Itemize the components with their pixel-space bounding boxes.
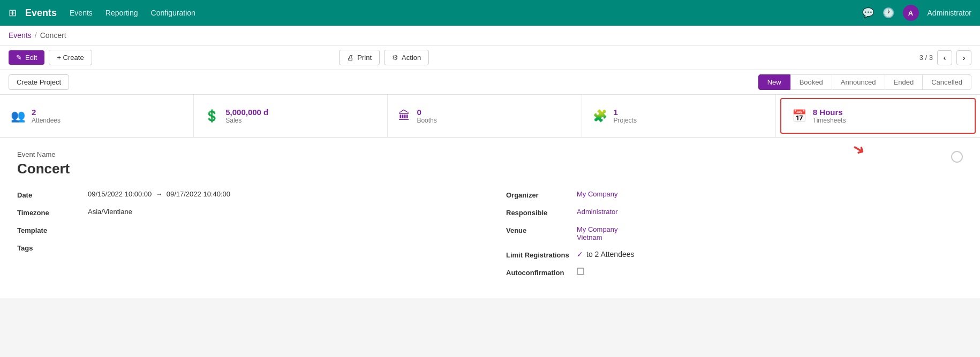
attendees-count: 2 (32, 108, 61, 117)
stats-bar: 👥 2 Attendees 💲 5,000,000 đ Sales 🏛 0 Bo… (0, 95, 980, 138)
nav-configuration[interactable]: Configuration (151, 9, 195, 17)
gear-icon: ⚙ (392, 54, 398, 62)
limit-registrations-text: to 2 Attendees (586, 250, 635, 259)
responsible-label: Responsible (506, 208, 570, 217)
toolbar-center: 🖨 Print ⚙ Action (339, 50, 429, 65)
event-name-label: Event Name (17, 150, 963, 158)
clock-icon[interactable]: 🕐 (883, 7, 894, 19)
toolbar: ✎ ✎ EditEdit + Create 🖨 Print ⚙ Action 3… (0, 45, 980, 70)
autoconfirmation-value[interactable] (577, 268, 584, 275)
user-name: Administrator (928, 9, 971, 17)
status-booked[interactable]: Booked (790, 74, 832, 90)
field-responsible: Responsible Administrator (506, 208, 963, 217)
field-autoconfirmation: Autoconfirmation (506, 268, 963, 277)
topnav-right: 💬 🕐 A Administrator (862, 5, 971, 21)
stat-attendees[interactable]: 👥 2 Attendees (0, 95, 194, 137)
breadcrumb-current: Concert (40, 31, 66, 40)
nav-menu: Events Reporting Configuration (70, 9, 854, 17)
timezone-label: Timezone (17, 208, 81, 217)
booths-icon: 🏛 (398, 109, 410, 123)
edit-icon: ✎ (16, 54, 22, 62)
booths-label: Booths (417, 117, 436, 124)
breadcrumb-parent[interactable]: Events (9, 31, 32, 40)
checkmark-icon: ✓ (577, 250, 583, 259)
field-date: Date 09/15/2022 10:00:00 → 09/17/2022 10… (17, 190, 474, 199)
nav-events[interactable]: Events (70, 9, 93, 17)
nav-reporting[interactable]: Reporting (105, 9, 138, 17)
attendees-icon: 👥 (11, 109, 25, 123)
stat-sales[interactable]: 💲 5,000,000 đ Sales (194, 95, 388, 137)
print-icon: 🖨 (347, 54, 354, 62)
status-announced[interactable]: Announced (832, 74, 885, 90)
organizer-value[interactable]: My Company (577, 190, 618, 198)
field-template: Template (17, 225, 474, 234)
app-name: Events (25, 7, 57, 19)
next-button[interactable]: › (956, 50, 971, 65)
tags-label: Tags (17, 243, 81, 252)
chat-icon[interactable]: 💬 (862, 7, 874, 19)
booths-count: 0 (417, 108, 436, 117)
grid-menu-icon[interactable]: ⊞ (9, 7, 17, 19)
stat-booths[interactable]: 🏛 0 Booths (388, 95, 582, 137)
attendees-label: Attendees (32, 117, 61, 124)
limit-registrations-label: Limit Registrations (506, 250, 570, 259)
status-ended[interactable]: Ended (885, 74, 923, 90)
edit-button[interactable]: ✎ ✎ EditEdit (9, 50, 44, 65)
projects-count: 1 (614, 108, 637, 117)
projects-label: Projects (614, 117, 637, 124)
create-button[interactable]: + Create (49, 50, 92, 65)
status-pills: New Booked Announced Ended Cancelled (758, 74, 971, 90)
breadcrumb-separator: / (35, 31, 37, 40)
record-toggle[interactable] (951, 151, 963, 163)
stat-timesheets[interactable]: 📅 8 Hours Timesheets (780, 98, 976, 134)
sales-icon: 💲 (205, 109, 219, 123)
field-organizer: Organizer My Company (506, 190, 963, 199)
status-new[interactable]: New (758, 74, 790, 90)
form-left: Date 09/15/2022 10:00:00 → 09/17/2022 10… (17, 190, 474, 277)
toolbar-right: 3 / 3 ‹ › (919, 50, 971, 65)
sales-count: 5,000,000 đ (225, 108, 268, 117)
timezone-value: Asia/Vientiane (88, 208, 132, 216)
venue-value[interactable]: My CompanyVietnam (577, 225, 618, 241)
organizer-label: Organizer (506, 190, 570, 199)
breadcrumb: Events / Concert (0, 26, 980, 45)
date-value: 09/15/2022 10:00:00 → 09/17/2022 10:40:0… (88, 190, 230, 198)
stat-projects[interactable]: 🧩 1 Projects (582, 95, 776, 137)
field-limit-registrations: Limit Registrations ✓ to 2 Attendees (506, 250, 963, 259)
field-tags: Tags (17, 243, 474, 252)
top-navigation: ⊞ Events Events Reporting Configuration … (0, 0, 980, 26)
field-timezone: Timezone Asia/Vientiane (17, 208, 474, 217)
autoconfirmation-label: Autoconfirmation (506, 268, 570, 277)
timesheets-label: Timesheets (813, 117, 846, 124)
print-button[interactable]: 🖨 Print (339, 50, 380, 65)
limit-registrations-value: ✓ to 2 Attendees (577, 250, 635, 259)
autoconfirmation-checkbox[interactable] (577, 268, 584, 275)
prev-button[interactable]: ‹ (937, 50, 952, 65)
responsible-value[interactable]: Administrator (577, 208, 618, 216)
form-right: Organizer My Company Responsible Adminis… (506, 190, 963, 277)
field-venue: Venue My CompanyVietnam (506, 225, 963, 241)
status-bar: Create Project New Booked Announced Ende… (0, 70, 980, 95)
timesheets-icon: 📅 (792, 109, 806, 123)
main-content: Event Name Concert Date 09/15/2022 10:00… (0, 138, 980, 298)
timesheets-count: 8 Hours (813, 108, 846, 117)
date-label: Date (17, 190, 81, 199)
venue-label: Venue (506, 225, 570, 234)
action-button[interactable]: ⚙ Action (384, 50, 429, 65)
pagination: 3 / 3 (919, 54, 933, 62)
sales-label: Sales (225, 117, 268, 124)
projects-icon: 🧩 (593, 109, 607, 123)
template-label: Template (17, 225, 81, 234)
avatar[interactable]: A (903, 5, 919, 21)
event-name-value: Concert (17, 161, 963, 177)
create-project-button[interactable]: Create Project (9, 74, 69, 90)
status-cancelled[interactable]: Cancelled (922, 74, 971, 90)
form-section: Date 09/15/2022 10:00:00 → 09/17/2022 10… (17, 190, 963, 277)
